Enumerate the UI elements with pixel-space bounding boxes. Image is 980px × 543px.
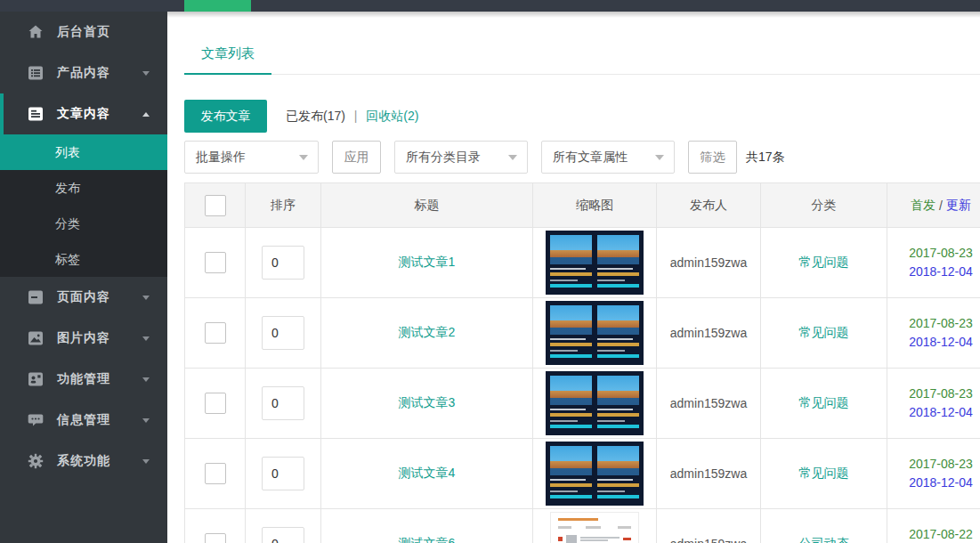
article-doc-icon [27,105,45,123]
column-header-first-date[interactable]: 首发 [911,198,935,214]
article-thumbnail[interactable] [546,231,644,295]
bulk-action-select[interactable]: 批量操作 [184,141,319,174]
chevron-down-icon [142,71,150,76]
row-checkbox[interactable] [205,393,226,414]
column-header-thumbnail: 缩略图 [533,183,657,227]
attribute-filter-select-value: 所有文章属性 [553,150,628,166]
row-checkbox[interactable] [205,252,226,273]
article-title-link[interactable]: 测试文章4 [399,466,456,482]
row-checkbox[interactable] [205,322,226,344]
sidebar-item-messages[interactable]: 信息管理 [0,400,167,441]
update-date[interactable]: 2018-12-04 [909,403,973,422]
select-all-checkbox[interactable] [205,195,226,216]
update-date[interactable]: 2018-12-04 [909,263,973,281]
sidebar-item-gear[interactable]: 系统功能 [0,441,167,482]
sidebar-item-label: 页面内容 [57,289,110,305]
publish-article-button[interactable]: 发布文章 [184,100,267,133]
article-thumbnail[interactable] [550,512,639,543]
sidebar-item-features[interactable]: 功能管理 [0,359,167,400]
article-table: 排序 标题 缩略图 发布人 分类 首发 / 更新 测试文章1 admin159z… [184,182,980,543]
column-header-category: 分类 [761,183,887,227]
thumbnail-dark-site-preview [546,301,644,365]
sidebar-item-home[interactable]: 后台首页 [0,12,167,53]
chevron-down-icon [655,155,664,160]
sort-order-input[interactable] [262,316,304,350]
publisher-name: admin159zwa [670,326,747,340]
sidebar-item-label: 系统功能 [57,453,110,469]
sidebar-item-label: 文章内容 [57,106,110,122]
category-link[interactable]: 常见问题 [799,325,849,341]
chevron-up-icon [142,112,150,117]
sidebar-subitem[interactable]: 发布 [0,170,167,206]
table-row: 测试文章4 admin159zwa 常见问题 2017-08-23 2018-1… [185,438,980,508]
column-header-dates: 首发 / 更新 [887,183,980,227]
main-content: 文章列表 发布文章 已发布(17) | 回收站(2) 批量操作 应用 所有分类目… [167,12,980,543]
tab-bar: 文章列表 [184,34,980,75]
update-date[interactable]: 2018-12-04 [909,474,973,492]
thumbnail-light-page-preview [550,512,639,543]
sidebar-item-label: 功能管理 [57,371,110,387]
chevron-down-icon [142,377,150,382]
sidebar-submenu: 列表发布分类标签 [0,134,167,277]
sort-order-input[interactable] [262,246,304,280]
first-publish-date: 2017-08-22 [909,525,973,543]
article-title-link[interactable]: 测试文章2 [399,325,456,341]
category-filter-select-value: 所有分类目录 [406,150,481,166]
sidebar-item-page[interactable]: 页面内容 [0,277,167,318]
status-filter-links: 已发布(17) | 回收站(2) [286,109,418,125]
home-icon [27,23,45,41]
table-body: 测试文章1 admin159zwa 常见问题 2017-08-23 2018-1… [185,227,980,543]
sidebar-item-product-list[interactable]: 产品内容 [0,53,167,93]
sidebar-menu: 后台首页 产品内容 文章内容 列表发布分类标签 页面内容 图片内容 功能管理 信… [0,12,167,482]
attribute-filter-select[interactable]: 所有文章属性 [541,141,675,174]
category-link[interactable]: 常见问题 [799,255,849,271]
sidebar-subitem[interactable]: 标签 [0,241,167,277]
publisher-name: admin159zwa [670,466,747,481]
filter-button[interactable]: 筛选 [688,141,737,174]
sort-order-input[interactable] [262,527,304,543]
gear-icon [27,452,45,470]
first-publish-date: 2017-08-23 [909,385,973,403]
published-filter-link[interactable]: 已发布(17) [286,109,345,123]
sidebar-subitem[interactable]: 列表 [0,134,167,170]
category-link[interactable]: 常见问题 [799,466,849,482]
column-header-title[interactable]: 标题 [321,183,533,227]
chevron-down-icon [142,336,150,341]
thumbnail-dark-site-preview [546,442,644,506]
row-checkbox[interactable] [205,533,226,543]
article-thumbnail[interactable] [546,301,644,365]
article-thumbnail[interactable] [546,442,644,506]
article-title-link[interactable]: 测试文章3 [399,395,456,411]
active-app-indicator[interactable] [184,0,251,12]
update-date[interactable]: 2018-12-04 [909,333,973,352]
apply-button[interactable]: 应用 [332,141,381,174]
category-link[interactable]: 公司动态 [799,536,849,543]
table-row: 测试文章3 admin159zwa 常见问题 2017-08-23 2018-1… [185,368,980,438]
top-bar [0,0,980,12]
table-row: 测试文章1 admin159zwa 常见问题 2017-08-23 2018-1… [185,227,980,297]
article-title-link[interactable]: 测试文章6 [399,536,456,543]
actions-row: 发布文章 已发布(17) | 回收站(2) [184,100,980,133]
publisher-name: admin159zwa [670,396,747,410]
sidebar-item-image[interactable]: 图片内容 [0,318,167,359]
article-thumbnail[interactable] [546,371,644,435]
column-header-update-date[interactable]: 更新 [946,198,971,214]
row-checkbox[interactable] [205,463,226,484]
sidebar-subitem[interactable]: 分类 [0,206,167,241]
column-header-sort[interactable]: 排序 [246,183,321,227]
chevron-down-icon [142,418,150,423]
category-filter-select[interactable]: 所有分类目录 [394,141,528,174]
chevron-down-icon [142,459,150,464]
article-title-link[interactable]: 测试文章1 [399,255,456,271]
image-icon [27,329,45,347]
category-link[interactable]: 常见问题 [799,395,849,411]
sidebar-item-article-doc[interactable]: 文章内容 [0,93,167,134]
sort-order-input[interactable] [262,457,304,490]
publisher-name: admin159zwa [670,537,747,543]
first-publish-date: 2017-08-23 [909,314,973,333]
recycle-bin-link[interactable]: 回收站(2) [366,109,418,123]
sidebar-item-label: 图片内容 [57,330,110,346]
sort-order-input[interactable] [262,386,304,420]
tab-article-list[interactable]: 文章列表 [184,34,271,75]
filter-toolbar: 批量操作 应用 所有分类目录 所有文章属性 筛选 共17条 [184,141,980,174]
